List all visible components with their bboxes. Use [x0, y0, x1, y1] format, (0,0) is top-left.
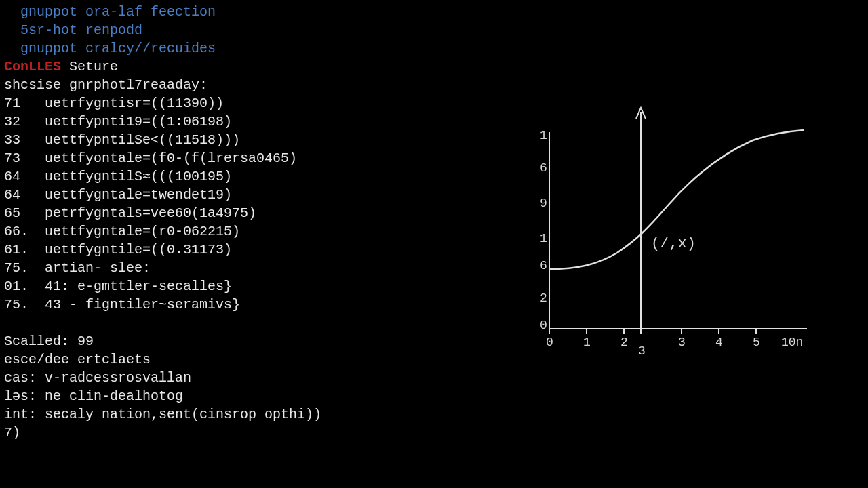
y-tick-label: 2: [540, 291, 547, 305]
x-tick-label: 3: [678, 336, 686, 349]
line-body: uettfygntale=twendet19): [45, 187, 232, 203]
y-tick-label: 9: [540, 197, 547, 210]
line-body: uetrfygntisr=((11390)): [45, 96, 224, 111]
x-tick-label: 10n: [781, 336, 803, 349]
header-line-3: gnuppot cralcy//recuides: [4, 39, 864, 58]
cmd-path: cralcy//recuides: [85, 41, 216, 56]
footer-line: int: secaly nation,sent(cinsrop opthi)): [4, 405, 864, 424]
y-tick-label: 0: [540, 319, 547, 332]
cmd-text: 5sr-hot renpodd: [20, 22, 142, 38]
line-body: 43 - figntiler~seramivs}: [45, 297, 240, 312]
line-body: petrfygntals=vee60(1a4975): [45, 205, 256, 221]
line-number: 01.: [4, 279, 28, 294]
y-tick-label: 1: [540, 129, 547, 142]
line-body: uettfypntilSe<((11518))): [45, 132, 240, 148]
x-tick-label-marker: 3: [638, 344, 646, 356]
x-tick-label: 5: [753, 336, 760, 349]
line-body: uettfygntilS≈(((100195): [45, 169, 232, 184]
y-tick-label: 6: [540, 259, 547, 272]
line-number: 75.: [4, 297, 28, 312]
status-label: ConLLES: [4, 59, 61, 75]
cmd-name: gnuppot: [20, 4, 77, 20]
section-subhead: shcsise gnrphotl7reaaday:: [4, 76, 864, 94]
status-line: ConLLES Seture: [4, 58, 864, 76]
function-plot: 1 6 9 1 6 2 0 0 1 2 3 3 4 5 10n (/,x): [536, 98, 814, 356]
line-body: uettfypnti19=((1:06198): [45, 114, 232, 129]
x-tick-label: 1: [583, 336, 591, 349]
line-number: 32: [4, 114, 20, 129]
line-body: uettfygntale=(r0-062215): [45, 224, 240, 239]
x-tick-label: 0: [546, 336, 553, 349]
line-number: 65: [4, 205, 20, 221]
y-tick-label: 1: [540, 232, 547, 245]
x-tick-label: 2: [620, 336, 628, 349]
cmd-args: ora-laf feection: [85, 4, 216, 20]
line-number: 73: [4, 150, 20, 166]
footer-line: cas: v-radcessrosvallan: [4, 369, 864, 387]
header-line-1: gnuppot ora-laf feection: [4, 3, 864, 21]
line-number: 64: [4, 187, 20, 203]
curve-annotation: (/,x): [651, 235, 696, 252]
footer-line: lәs: ne clin-dealhotog: [4, 387, 864, 405]
line-number: 75.: [4, 260, 28, 276]
plot-svg: 1 6 9 1 6 2 0 0 1 2 3 3 4 5 10n (/,x): [536, 98, 814, 356]
line-body: uettfygntile=((0.31173): [45, 242, 232, 258]
x-tick-label: 4: [715, 336, 723, 349]
y-tick-label: 6: [540, 161, 547, 175]
footer-line: 7): [4, 424, 864, 442]
line-number: 66.: [4, 224, 28, 239]
line-number: 71: [4, 96, 20, 111]
line-number: 64: [4, 169, 20, 184]
line-body: artian- slee:: [45, 260, 151, 276]
cmd-name: gnuppot: [20, 41, 77, 56]
status-text: Seture: [69, 59, 118, 75]
line-number: 61.: [4, 242, 28, 258]
scalled-value: 99: [77, 333, 94, 349]
line-body: 41: e-gmttler-secalles}: [45, 279, 232, 294]
header-line-2: 5sr-hot renpodd: [4, 21, 864, 39]
line-number: 33: [4, 132, 20, 148]
scalled-label: Scalled:: [4, 333, 69, 349]
line-body: uettfyontale=(f0-(f(lrersa0465): [45, 150, 297, 166]
prompt-marker: [4, 4, 20, 20]
